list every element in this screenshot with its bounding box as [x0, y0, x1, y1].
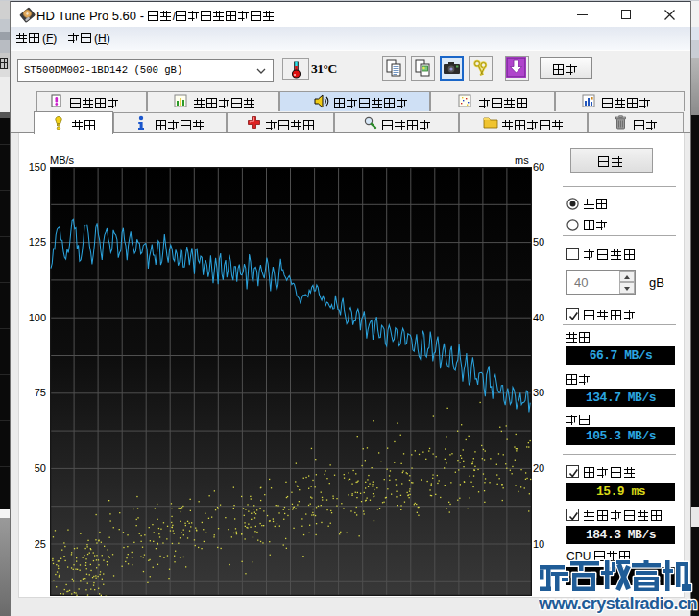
svg-text:www.crystalradio.cn: www.crystalradio.cn	[539, 594, 697, 613]
